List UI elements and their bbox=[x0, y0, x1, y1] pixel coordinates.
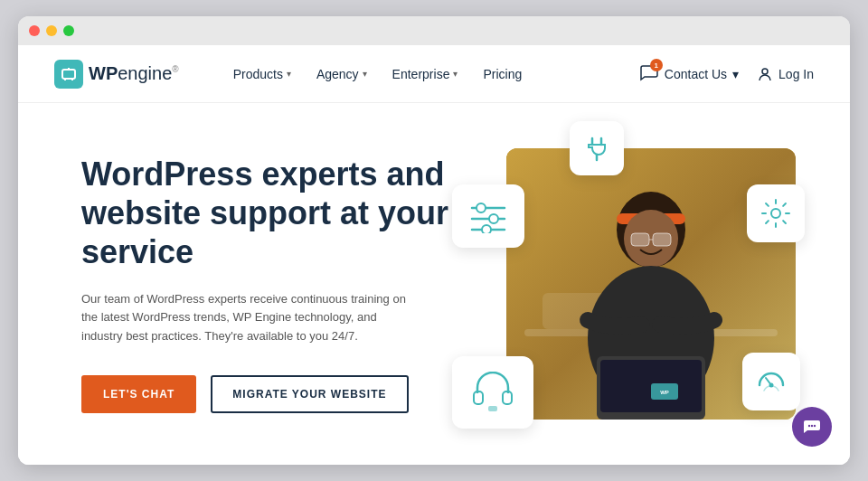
svg-point-24 bbox=[482, 225, 491, 233]
browser-window: WPengine® Products ▾ Agency ▾ Enterprise… bbox=[18, 16, 850, 465]
nav-links: Products ▾ Agency ▾ Enterprise ▾ Pricing bbox=[233, 67, 639, 81]
close-button[interactable] bbox=[29, 25, 40, 36]
contact-icon-wrap: 1 bbox=[639, 62, 659, 85]
user-icon bbox=[757, 66, 773, 82]
svg-rect-27 bbox=[474, 391, 483, 404]
svg-point-20 bbox=[476, 203, 486, 212]
chevron-down-icon: ▾ bbox=[363, 69, 367, 79]
svg-rect-0 bbox=[62, 70, 75, 79]
svg-point-34 bbox=[814, 425, 816, 427]
hero-section: WordPress experts and website support at… bbox=[18, 103, 850, 465]
chat-widget-icon bbox=[802, 417, 822, 437]
float-card-speedometer bbox=[742, 353, 800, 410]
logo[interactable]: WPengine® bbox=[54, 60, 179, 89]
chevron-down-icon: ▾ bbox=[732, 67, 739, 81]
nav-right: 1 Contact Us ▾ Log In bbox=[639, 62, 814, 85]
hero-right: WP bbox=[452, 130, 796, 438]
nav-pricing[interactable]: Pricing bbox=[483, 67, 522, 81]
notification-badge: 1 bbox=[650, 59, 663, 71]
float-card-sliders bbox=[452, 184, 524, 248]
maximize-button[interactable] bbox=[63, 25, 74, 36]
nav-enterprise[interactable]: Enterprise ▾ bbox=[392, 67, 458, 81]
svg-text:WP: WP bbox=[660, 390, 669, 395]
svg-point-22 bbox=[489, 214, 498, 223]
svg-point-33 bbox=[811, 425, 813, 427]
svg-rect-11 bbox=[631, 233, 649, 246]
svg-rect-12 bbox=[653, 233, 671, 246]
window-controls bbox=[29, 25, 74, 36]
login-button[interactable]: Log In bbox=[757, 66, 814, 82]
svg-point-26 bbox=[771, 209, 780, 218]
lets-chat-button[interactable]: LET'S CHAT bbox=[81, 375, 196, 413]
hero-left: WordPress experts and website support at… bbox=[81, 155, 452, 413]
float-card-gear bbox=[747, 184, 805, 242]
browser-content: WPengine® Products ▾ Agency ▾ Enterprise… bbox=[18, 45, 850, 465]
migrate-website-button[interactable]: MIGRATE YOUR WEBSITE bbox=[211, 375, 408, 413]
svg-rect-29 bbox=[488, 406, 497, 411]
nav-agency[interactable]: Agency ▾ bbox=[316, 67, 367, 81]
svg-rect-28 bbox=[503, 391, 512, 404]
titlebar bbox=[18, 16, 850, 45]
svg-point-32 bbox=[808, 425, 810, 427]
chevron-down-icon: ▾ bbox=[287, 69, 291, 79]
float-card-headset bbox=[452, 356, 533, 429]
hero-description: Our team of WordPress experts receive co… bbox=[81, 290, 407, 346]
hero-buttons: LET'S CHAT MIGRATE YOUR WEBSITE bbox=[81, 375, 452, 413]
logo-icon bbox=[54, 60, 83, 89]
minimize-button[interactable] bbox=[46, 25, 57, 36]
float-card-plugin bbox=[570, 121, 624, 175]
contact-us-button[interactable]: 1 Contact Us ▾ bbox=[639, 62, 739, 85]
svg-point-31 bbox=[769, 383, 774, 388]
navbar: WPengine® Products ▾ Agency ▾ Enterprise… bbox=[18, 45, 850, 103]
logo-text: WPengine® bbox=[89, 63, 179, 84]
hero-title: WordPress experts and website support at… bbox=[81, 155, 452, 272]
nav-products[interactable]: Products ▾ bbox=[233, 67, 291, 81]
svg-point-4 bbox=[762, 69, 768, 74]
chevron-down-icon: ▾ bbox=[453, 69, 458, 79]
chat-widget-button[interactable] bbox=[792, 407, 832, 447]
